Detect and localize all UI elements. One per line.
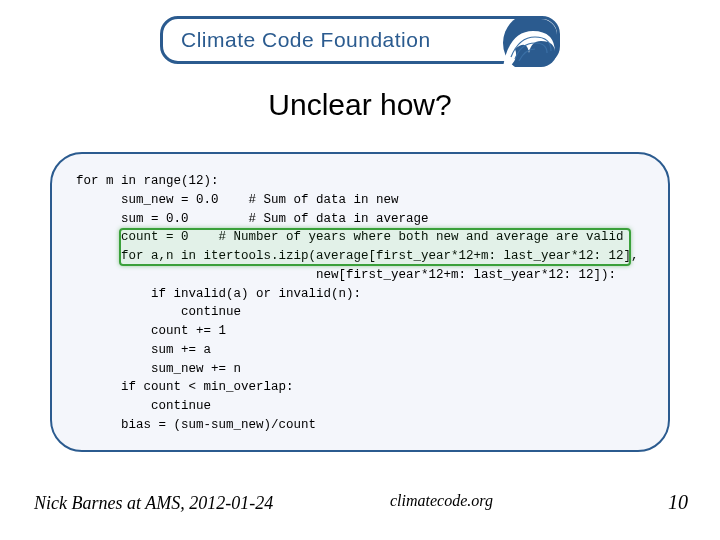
footer-page-number: 10 bbox=[668, 491, 688, 514]
slide-title: Unclear how? bbox=[0, 88, 720, 122]
logo-text: Climate Code Foundation bbox=[181, 28, 431, 52]
logo-pill: Climate Code Foundation bbox=[160, 16, 560, 64]
wave-icon bbox=[459, 17, 559, 69]
code-block: for m in range(12): sum_new = 0.0 # Sum … bbox=[76, 172, 644, 435]
footer-author-date: Nick Barnes at AMS, 2012-01-24 bbox=[34, 493, 273, 514]
code-card: for m in range(12): sum_new = 0.0 # Sum … bbox=[50, 152, 670, 452]
footer-url: climatecode.org bbox=[390, 492, 493, 510]
slide: Climate Code Foundation Unclear how? for… bbox=[0, 0, 720, 540]
logo-banner: Climate Code Foundation bbox=[160, 16, 560, 64]
